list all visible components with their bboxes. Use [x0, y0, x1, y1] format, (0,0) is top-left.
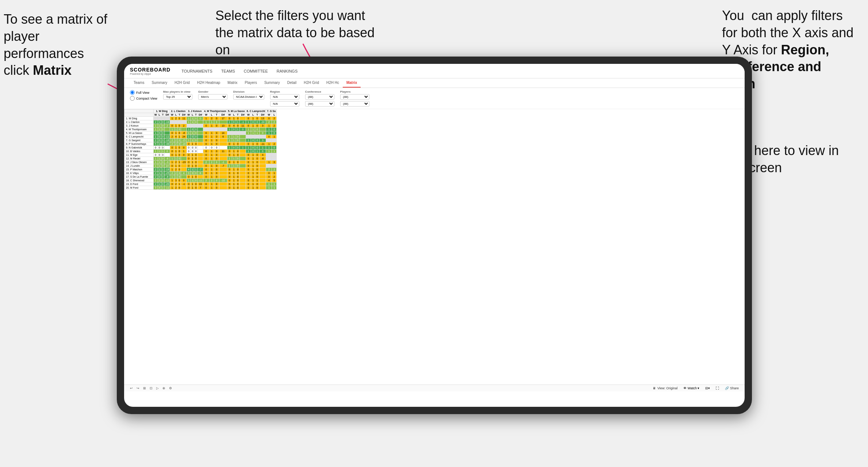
matrix-cell: 0: [194, 153, 197, 157]
region-select2[interactable]: N/A: [270, 101, 299, 107]
tab-h2h-grid2[interactable]: H2H Grid: [300, 78, 323, 88]
matrix-cell: -25: [165, 171, 170, 175]
tab-h2h-grid[interactable]: H2H Grid: [171, 78, 193, 88]
matrix-cell: 1: [174, 164, 177, 168]
matrix-cell: 1: [246, 146, 251, 150]
matrix-cell: 1: [161, 186, 164, 190]
nav-committee[interactable]: COMMITTEE: [244, 67, 268, 75]
matrix-cell: [272, 164, 277, 168]
matrix-cell: 1: [191, 164, 194, 168]
matrix-cell: 0: [187, 153, 191, 157]
player-name-cell: 3. J Koivun: [124, 124, 154, 128]
matrix-container[interactable]: 1. W Ding 2. L Clanton 3. J Koivun 4. M …: [124, 109, 745, 385]
table-row: 19. D Ford210-20021-10101301001001011: [124, 182, 277, 186]
players-select2[interactable]: (All): [340, 101, 369, 107]
matrix-cell: 0: [236, 182, 240, 186]
matrix-cell: 0: [161, 161, 164, 164]
player-name-cell: 8. P Summerhays: [124, 142, 154, 146]
matrix-cell: 0: [227, 186, 232, 190]
matrix-cell: 1: [251, 131, 255, 135]
full-view-label[interactable]: Full View: [130, 90, 157, 95]
matrix-cell: 0: [246, 186, 251, 190]
sub-w7: W: [266, 113, 272, 117]
matrix-cell: 1: [209, 135, 214, 139]
grid-btn[interactable]: ⊞: [143, 386, 146, 390]
sub-l6: L: [251, 113, 255, 117]
matrix-cell: -11: [197, 179, 203, 182]
player-name-cell: 5. M La Sasso: [124, 131, 154, 135]
expand-btn[interactable]: ⛶: [716, 386, 719, 390]
tab-h2hh[interactable]: H2H Hc: [323, 78, 343, 88]
layout-btn[interactable]: ⊟▾: [705, 386, 710, 390]
gender-select[interactable]: Men's: [198, 94, 227, 100]
full-view-radio[interactable]: [130, 90, 135, 95]
tab-matrix2[interactable]: Matrix: [343, 78, 361, 88]
matrix-cell: -6: [181, 131, 187, 135]
tab-h2h-heatmap[interactable]: H2H Heatmap: [193, 78, 224, 88]
nav-teams[interactable]: TEAMS: [221, 67, 235, 75]
nav-rankings[interactable]: RANKINGS: [277, 67, 297, 75]
matrix-cell: 1: [227, 128, 232, 131]
matrix-cell: 0: [246, 142, 251, 146]
matrix-cell: -16: [181, 142, 187, 146]
matrix-cell: 1: [251, 171, 255, 175]
matrix-cell: 0: [214, 168, 219, 171]
matrix-cell: 1: [187, 117, 191, 120]
region-select[interactable]: N/A: [270, 94, 299, 100]
undo-btn[interactable]: ↩: [130, 386, 133, 390]
matrix-cell: 0: [178, 131, 181, 135]
matrix-cell: 0: [246, 179, 251, 182]
watch-btn[interactable]: 👁 Watch ▾: [683, 386, 699, 390]
compact-view-label[interactable]: Compact View: [130, 96, 157, 101]
tab-summary2[interactable]: Summary: [261, 78, 284, 88]
matrix-cell: 2: [154, 139, 158, 142]
matrix-cell: 1: [232, 135, 236, 139]
matrix-cell: 1: [246, 120, 251, 124]
fit-btn[interactable]: ⊡: [150, 386, 153, 390]
matrix-cell: 2: [154, 175, 158, 179]
matrix-cell: 0: [236, 153, 240, 157]
add-btn[interactable]: ⊕: [162, 386, 165, 390]
tab-teams[interactable]: Teams: [130, 78, 148, 88]
max-players-select[interactable]: Top 25: [163, 94, 192, 100]
matrix-cell: 1: [158, 120, 161, 124]
tab-detail[interactable]: Detail: [284, 78, 300, 88]
player-name-cell: 12. M Riedel: [124, 157, 154, 161]
tab-summary[interactable]: Summary: [148, 78, 171, 88]
matrix-cell: 1: [187, 139, 191, 142]
tab-matrix[interactable]: Matrix: [224, 78, 241, 88]
share-btn[interactable]: 🔗 Share: [725, 386, 739, 390]
filters-row: Full View Compact View Max players in vi…: [124, 88, 745, 109]
matrix-cell: 1: [170, 117, 174, 120]
matrix-cell: [236, 131, 240, 135]
redo-btn[interactable]: ↪: [137, 386, 139, 390]
matrix-cell: [219, 168, 227, 171]
conference-select2[interactable]: (All): [305, 101, 334, 107]
matrix-cell: 0: [194, 179, 197, 182]
matrix-cell: 0: [214, 171, 219, 175]
matrix-cell: 0: [227, 179, 232, 182]
view-original[interactable]: 🖥 View: Original: [653, 386, 677, 390]
matrix-cell: 2: [174, 142, 177, 146]
conference-select[interactable]: (All): [305, 94, 334, 100]
matrix-cell: 1: [240, 146, 246, 150]
settings-btn[interactable]: ⚙: [169, 386, 172, 390]
matrix-cell: 1: [191, 186, 194, 190]
division-select[interactable]: NCAA Division I: [233, 94, 264, 100]
table-row: 1. W Ding120111100120170100101302: [124, 117, 277, 120]
tab-players[interactable]: Players: [241, 78, 261, 88]
sub-d6: Dif: [259, 113, 266, 117]
matrix-cell: 1: [251, 175, 255, 179]
matrix-cell: 3: [158, 186, 161, 190]
matrix-cell: 1: [209, 153, 214, 157]
matrix-cell: 1: [266, 128, 272, 131]
nav-tournaments[interactable]: TOURNAMENTS: [181, 67, 212, 75]
matrix-cell: 2: [181, 124, 187, 128]
matrix-cell: 1: [161, 168, 164, 171]
table-row: 15. P Maichon211-19120411-701001001022: [124, 168, 277, 171]
play-btn[interactable]: ▷: [156, 386, 159, 390]
compact-view-radio[interactable]: [130, 96, 135, 101]
conference-filter: Conference (All) (All): [305, 90, 334, 107]
matrix-cell: [259, 171, 266, 175]
players-select[interactable]: (All): [340, 94, 369, 100]
